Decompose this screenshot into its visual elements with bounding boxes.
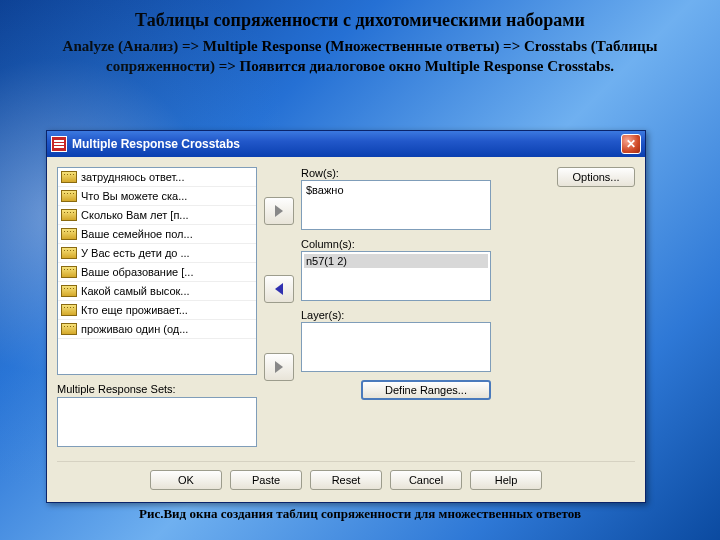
define-ranges-button[interactable]: Define Ranges... <box>361 380 491 400</box>
ruler-icon <box>61 304 77 316</box>
paste-button[interactable]: Paste <box>230 470 302 490</box>
ruler-icon <box>61 228 77 240</box>
dialog-window: Multiple Response Crosstabs ✕ затрудняюс… <box>46 130 646 503</box>
columns-list[interactable]: n57(1 2) <box>301 251 491 301</box>
list-item[interactable]: Какой самый высок... <box>58 282 256 301</box>
arrow-left-icon <box>275 283 283 295</box>
list-item[interactable]: Кто еще проживает... <box>58 301 256 320</box>
arrow-right-icon <box>275 205 283 217</box>
variable-list[interactable]: затрудняюсь ответ... Что Вы можете ска..… <box>57 167 257 375</box>
layers-list[interactable] <box>301 322 491 372</box>
slide-caption: Рис.Вид окна создания таблиц сопряженнос… <box>0 506 720 522</box>
move-to-columns-button[interactable] <box>264 275 294 303</box>
reset-button[interactable]: Reset <box>310 470 382 490</box>
slide-subtitle: Analyze (Анализ) => Multiple Response (М… <box>30 37 690 76</box>
move-to-layers-button[interactable] <box>264 353 294 381</box>
rows-list[interactable]: $важно <box>301 180 491 230</box>
list-item[interactable]: проживаю один (од... <box>58 320 256 339</box>
ruler-icon <box>61 266 77 278</box>
ruler-icon <box>61 209 77 221</box>
window-title: Multiple Response Crosstabs <box>72 137 621 151</box>
rows-item[interactable]: $важно <box>304 183 488 197</box>
ruler-icon <box>61 323 77 335</box>
mrs-list[interactable] <box>57 397 257 447</box>
move-to-rows-button[interactable] <box>264 197 294 225</box>
layers-label: Layer(s): <box>301 309 491 321</box>
ruler-icon <box>61 190 77 202</box>
columns-item[interactable]: n57(1 2) <box>304 254 488 268</box>
ruler-icon <box>61 285 77 297</box>
ok-button[interactable]: OK <box>150 470 222 490</box>
mrs-label: Multiple Response Sets: <box>57 383 257 395</box>
ruler-icon <box>61 247 77 259</box>
list-item[interactable]: Ваше образование [... <box>58 263 256 282</box>
help-button[interactable]: Help <box>470 470 542 490</box>
list-item[interactable]: Что Вы можете ска... <box>58 187 256 206</box>
list-item[interactable]: Ваше семейное пол... <box>58 225 256 244</box>
dialog-button-row: OK Paste Reset Cancel Help <box>57 461 635 502</box>
list-item[interactable]: Сколько Вам лет [п... <box>58 206 256 225</box>
list-item[interactable]: затрудняюсь ответ... <box>58 168 256 187</box>
columns-label: Column(s): <box>301 238 491 250</box>
arrow-right-icon <box>275 361 283 373</box>
app-icon <box>51 136 67 152</box>
titlebar: Multiple Response Crosstabs ✕ <box>47 131 645 157</box>
list-item[interactable]: У Вас есть дети до ... <box>58 244 256 263</box>
cancel-button[interactable]: Cancel <box>390 470 462 490</box>
slide-title: Таблицы сопряженности с дихотомическими … <box>0 10 720 31</box>
close-icon[interactable]: ✕ <box>621 134 641 154</box>
ruler-icon <box>61 171 77 183</box>
options-button[interactable]: Options... <box>557 167 635 187</box>
rows-label: Row(s): <box>301 167 491 179</box>
